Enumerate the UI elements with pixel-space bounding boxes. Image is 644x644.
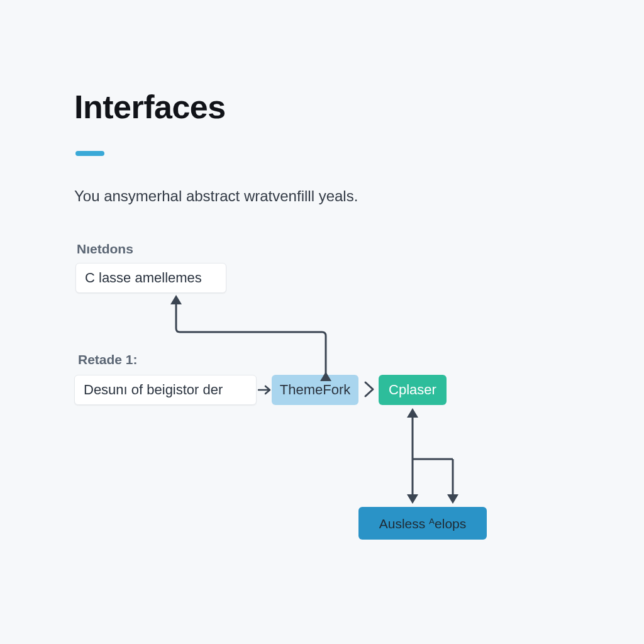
node-cplaser-label: Cplaser bbox=[389, 383, 436, 397]
node-cplaser[interactable]: Cplaser bbox=[379, 375, 447, 405]
page-title: Interfaces bbox=[74, 88, 226, 126]
node-themefork-label: ThemeFork bbox=[280, 383, 350, 397]
node-desunt-label: Desunı of beigistor der bbox=[84, 383, 223, 397]
node-desunt[interactable]: Desunı of beigistor der bbox=[74, 375, 257, 405]
node-ausless[interactable]: Ausless ᴬelops bbox=[358, 507, 487, 540]
chevron-right-icon bbox=[360, 380, 378, 399]
node-classe[interactable]: C lasse amellemes bbox=[75, 263, 226, 293]
accent-bar bbox=[75, 151, 104, 156]
section-label-retade: Retade 1: bbox=[78, 352, 138, 367]
node-ausless-label: Ausless ᴬelops bbox=[379, 517, 467, 530]
page-subtitle: You ansymerhal abstract wratvenfilll yea… bbox=[74, 187, 358, 205]
node-classe-label: C lasse amellemes bbox=[85, 271, 202, 285]
section-label-nietdons: Nıetdons bbox=[77, 242, 133, 257]
diagram-canvas: Interfaces You ansymerhal abstract wratv… bbox=[0, 0, 644, 644]
node-themefork[interactable]: ThemeFork bbox=[272, 375, 358, 405]
arrow-right-icon bbox=[258, 383, 272, 397]
